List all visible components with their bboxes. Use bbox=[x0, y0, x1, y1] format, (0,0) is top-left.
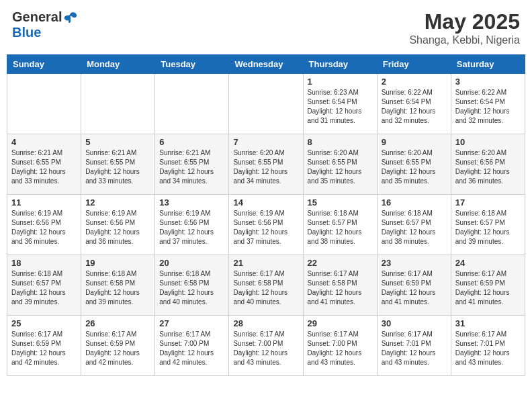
day-info: Sunrise: 6:17 AM Sunset: 7:01 PM Dayligh… bbox=[382, 330, 447, 367]
day-number: 13 bbox=[159, 197, 224, 208]
logo: General Blue bbox=[12, 9, 78, 40]
calendar-cell: 6Sunrise: 6:21 AM Sunset: 6:55 PM Daylig… bbox=[155, 134, 229, 195]
calendar-header-thursday: Thursday bbox=[303, 55, 377, 74]
calendar-week-5: 25Sunrise: 6:17 AM Sunset: 6:59 PM Dayli… bbox=[7, 316, 525, 376]
calendar-cell: 18Sunrise: 6:18 AM Sunset: 6:57 PM Dayli… bbox=[7, 255, 81, 316]
day-number: 21 bbox=[233, 258, 298, 268]
day-info: Sunrise: 6:23 AM Sunset: 6:54 PM Dayligh… bbox=[308, 88, 373, 126]
day-number: 4 bbox=[11, 137, 77, 147]
day-number: 6 bbox=[159, 137, 224, 147]
logo-blue-text: Blue bbox=[12, 25, 41, 40]
day-number: 19 bbox=[85, 258, 150, 268]
calendar-cell: 3Sunrise: 6:22 AM Sunset: 6:54 PM Daylig… bbox=[451, 74, 525, 134]
day-number: 16 bbox=[382, 197, 447, 208]
day-info: Sunrise: 6:19 AM Sunset: 6:56 PM Dayligh… bbox=[11, 209, 77, 246]
calendar-header-wednesday: Wednesday bbox=[229, 55, 303, 74]
calendar-cell: 27Sunrise: 6:17 AM Sunset: 7:00 PM Dayli… bbox=[155, 316, 229, 376]
calendar-cell: 29Sunrise: 6:17 AM Sunset: 7:00 PM Dayli… bbox=[303, 316, 377, 376]
calendar-cell: 20Sunrise: 6:18 AM Sunset: 6:58 PM Dayli… bbox=[155, 255, 229, 316]
calendar-cell: 25Sunrise: 6:17 AM Sunset: 6:59 PM Dayli… bbox=[7, 316, 81, 376]
calendar-header-row: SundayMondayTuesdayWednesdayThursdayFrid… bbox=[7, 55, 525, 74]
title-block: May 2025 Shanga, Kebbi, Nigeria bbox=[409, 9, 520, 46]
day-number: 28 bbox=[233, 318, 298, 328]
calendar-cell: 11Sunrise: 6:19 AM Sunset: 6:56 PM Dayli… bbox=[7, 195, 81, 255]
calendar-cell: 17Sunrise: 6:18 AM Sunset: 6:57 PM Dayli… bbox=[451, 195, 525, 255]
calendar-cell: 30Sunrise: 6:17 AM Sunset: 7:01 PM Dayli… bbox=[377, 316, 451, 376]
calendar-cell: 15Sunrise: 6:18 AM Sunset: 6:57 PM Dayli… bbox=[303, 195, 377, 255]
day-number: 3 bbox=[455, 77, 521, 87]
calendar-cell: 28Sunrise: 6:17 AM Sunset: 7:00 PM Dayli… bbox=[229, 316, 303, 376]
day-number: 22 bbox=[308, 258, 373, 268]
calendar-subtitle: Shanga, Kebbi, Nigeria bbox=[409, 34, 520, 46]
day-info: Sunrise: 6:22 AM Sunset: 6:54 PM Dayligh… bbox=[382, 88, 447, 126]
day-info: Sunrise: 6:21 AM Sunset: 6:55 PM Dayligh… bbox=[11, 148, 77, 186]
day-info: Sunrise: 6:21 AM Sunset: 6:55 PM Dayligh… bbox=[159, 148, 224, 186]
day-number: 31 bbox=[455, 318, 521, 328]
calendar-cell bbox=[155, 74, 229, 134]
calendar-cell: 26Sunrise: 6:17 AM Sunset: 6:59 PM Dayli… bbox=[81, 316, 155, 376]
day-number: 29 bbox=[308, 318, 373, 328]
logo-bird-icon bbox=[63, 11, 78, 24]
day-info: Sunrise: 6:18 AM Sunset: 6:58 PM Dayligh… bbox=[159, 269, 224, 307]
day-info: Sunrise: 6:20 AM Sunset: 6:55 PM Dayligh… bbox=[233, 148, 298, 186]
calendar-cell: 5Sunrise: 6:21 AM Sunset: 6:55 PM Daylig… bbox=[81, 134, 155, 195]
day-number: 9 bbox=[382, 137, 447, 147]
calendar-week-4: 18Sunrise: 6:18 AM Sunset: 6:57 PM Dayli… bbox=[7, 255, 525, 316]
day-number: 1 bbox=[308, 77, 373, 87]
calendar-week-2: 4Sunrise: 6:21 AM Sunset: 6:55 PM Daylig… bbox=[7, 134, 525, 195]
day-number: 14 bbox=[233, 197, 298, 208]
calendar-cell: 7Sunrise: 6:20 AM Sunset: 6:55 PM Daylig… bbox=[229, 134, 303, 195]
calendar-cell: 4Sunrise: 6:21 AM Sunset: 6:55 PM Daylig… bbox=[7, 134, 81, 195]
day-number: 12 bbox=[85, 197, 150, 208]
day-number: 20 bbox=[159, 258, 224, 268]
calendar-cell bbox=[7, 74, 81, 134]
calendar-cell: 31Sunrise: 6:17 AM Sunset: 7:01 PM Dayli… bbox=[451, 316, 525, 376]
calendar-cell: 8Sunrise: 6:20 AM Sunset: 6:55 PM Daylig… bbox=[303, 134, 377, 195]
day-info: Sunrise: 6:18 AM Sunset: 6:57 PM Dayligh… bbox=[308, 209, 373, 246]
calendar-cell: 9Sunrise: 6:20 AM Sunset: 6:55 PM Daylig… bbox=[377, 134, 451, 195]
calendar-cell: 1Sunrise: 6:23 AM Sunset: 6:54 PM Daylig… bbox=[303, 74, 377, 134]
day-info: Sunrise: 6:17 AM Sunset: 7:00 PM Dayligh… bbox=[233, 330, 298, 367]
calendar-header-sunday: Sunday bbox=[7, 55, 81, 74]
day-info: Sunrise: 6:17 AM Sunset: 7:00 PM Dayligh… bbox=[308, 330, 373, 367]
calendar-body: 1Sunrise: 6:23 AM Sunset: 6:54 PM Daylig… bbox=[7, 74, 525, 376]
calendar-header-monday: Monday bbox=[81, 55, 155, 74]
day-info: Sunrise: 6:20 AM Sunset: 6:55 PM Dayligh… bbox=[382, 148, 447, 186]
day-number: 18 bbox=[11, 258, 77, 268]
day-info: Sunrise: 6:18 AM Sunset: 6:58 PM Dayligh… bbox=[85, 269, 150, 307]
day-info: Sunrise: 6:19 AM Sunset: 6:56 PM Dayligh… bbox=[85, 209, 150, 246]
day-info: Sunrise: 6:17 AM Sunset: 6:59 PM Dayligh… bbox=[382, 269, 447, 307]
logo-general-text: General bbox=[12, 9, 62, 25]
page-header: General Blue May 2025 Shanga, Kebbi, Nig… bbox=[7, 7, 525, 49]
calendar-cell bbox=[229, 74, 303, 134]
day-number: 5 bbox=[85, 137, 150, 147]
calendar-header-friday: Friday bbox=[377, 55, 451, 74]
day-number: 15 bbox=[308, 197, 373, 208]
day-info: Sunrise: 6:17 AM Sunset: 6:58 PM Dayligh… bbox=[308, 269, 373, 307]
day-info: Sunrise: 6:17 AM Sunset: 7:01 PM Dayligh… bbox=[455, 330, 521, 367]
calendar-cell: 10Sunrise: 6:20 AM Sunset: 6:56 PM Dayli… bbox=[451, 134, 525, 195]
day-number: 2 bbox=[382, 77, 447, 87]
day-number: 25 bbox=[11, 318, 77, 328]
day-number: 7 bbox=[233, 137, 298, 147]
calendar-cell: 21Sunrise: 6:17 AM Sunset: 6:58 PM Dayli… bbox=[229, 255, 303, 316]
day-number: 30 bbox=[382, 318, 447, 328]
day-info: Sunrise: 6:18 AM Sunset: 6:57 PM Dayligh… bbox=[382, 209, 447, 246]
day-info: Sunrise: 6:17 AM Sunset: 6:59 PM Dayligh… bbox=[455, 269, 521, 307]
calendar-title: May 2025 bbox=[409, 9, 520, 34]
calendar-cell: 19Sunrise: 6:18 AM Sunset: 6:58 PM Dayli… bbox=[81, 255, 155, 316]
calendar-week-1: 1Sunrise: 6:23 AM Sunset: 6:54 PM Daylig… bbox=[7, 74, 525, 134]
calendar-cell: 13Sunrise: 6:19 AM Sunset: 6:56 PM Dayli… bbox=[155, 195, 229, 255]
calendar-cell: 22Sunrise: 6:17 AM Sunset: 6:58 PM Dayli… bbox=[303, 255, 377, 316]
calendar-cell: 2Sunrise: 6:22 AM Sunset: 6:54 PM Daylig… bbox=[377, 74, 451, 134]
day-info: Sunrise: 6:19 AM Sunset: 6:56 PM Dayligh… bbox=[159, 209, 224, 246]
day-number: 23 bbox=[382, 258, 447, 268]
day-info: Sunrise: 6:17 AM Sunset: 6:59 PM Dayligh… bbox=[11, 330, 77, 367]
day-info: Sunrise: 6:22 AM Sunset: 6:54 PM Dayligh… bbox=[455, 88, 521, 126]
calendar-week-3: 11Sunrise: 6:19 AM Sunset: 6:56 PM Dayli… bbox=[7, 195, 525, 255]
day-info: Sunrise: 6:18 AM Sunset: 6:57 PM Dayligh… bbox=[11, 269, 77, 307]
day-info: Sunrise: 6:20 AM Sunset: 6:56 PM Dayligh… bbox=[455, 148, 521, 186]
day-number: 27 bbox=[159, 318, 224, 328]
day-info: Sunrise: 6:17 AM Sunset: 7:00 PM Dayligh… bbox=[159, 330, 224, 367]
day-info: Sunrise: 6:20 AM Sunset: 6:55 PM Dayligh… bbox=[308, 148, 373, 186]
